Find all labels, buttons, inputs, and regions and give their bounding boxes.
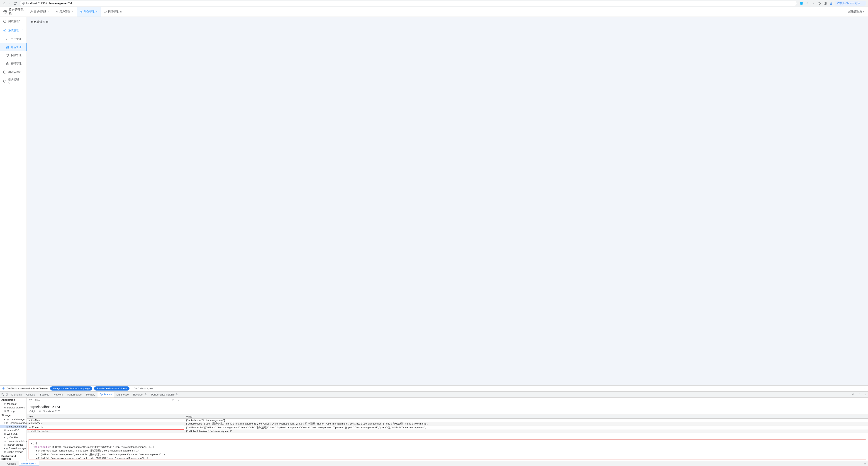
section-bg: Background services xyxy=(0,454,27,461)
tab-recorder[interactable]: Recorder ⚗ xyxy=(131,392,149,397)
tab-console[interactable]: Console xyxy=(24,392,38,397)
device-toggle-icon[interactable] xyxy=(5,393,9,397)
caret-down-icon: ▾ xyxy=(4,422,5,424)
sidebar-item-user[interactable]: 用户管理 xyxy=(0,35,27,43)
menu-dots-icon[interactable]: ⋮ xyxy=(857,393,861,397)
table-row[interactable]: activeMenu{"activeMenu":"/role-managemen… xyxy=(27,419,868,422)
sidebar-item-permission[interactable]: 权限管理 xyxy=(0,51,27,59)
menu-dots-icon: ⋮ xyxy=(861,2,864,5)
always-match-button[interactable]: Always match Chrome's language xyxy=(50,387,92,391)
svg-point-9 xyxy=(57,11,57,12)
close-icon[interactable]: × xyxy=(35,462,36,465)
tab-application[interactable]: Application xyxy=(97,392,114,397)
item-storage[interactable]: 🗄Storage xyxy=(0,409,27,413)
menu-dots-icon[interactable]: ⋮ xyxy=(1,462,5,466)
close-icon[interactable]: × xyxy=(96,10,97,13)
dont-show-button[interactable]: Don't show again xyxy=(131,387,155,391)
tab-network[interactable]: Network xyxy=(52,392,65,397)
devtools-body: Application ▢Manifest ⚙Service workers 🗄… xyxy=(0,398,868,461)
caret-down-icon[interactable]: ▾ xyxy=(31,442,32,444)
svg-rect-22 xyxy=(6,47,7,48)
item-cache-storage[interactable]: ⊟Cache storage xyxy=(0,450,27,454)
close-icon[interactable]: × xyxy=(864,387,866,390)
close-icon[interactable]: × xyxy=(863,462,867,465)
tab-role[interactable]: 角色管理× xyxy=(76,7,101,16)
table-row[interactable]: editableTabsValue{"editableTabsValue":"/… xyxy=(27,430,868,433)
delete-icon[interactable]: × xyxy=(177,398,181,402)
table-row[interactable]: editableTabs{"editableTabs":[{"title":"测… xyxy=(27,422,868,426)
caret-down-icon[interactable]: ▾ xyxy=(34,445,35,448)
devtools-tabs: Elements Console Sources Network Perform… xyxy=(0,392,868,398)
bookmark-icon[interactable]: ☆ xyxy=(806,2,809,5)
tab-elements[interactable]: Elements xyxy=(9,392,24,397)
sidebar-item-password[interactable]: 密码管理 xyxy=(0,59,27,68)
json-preview-panel: ▾{…} ▾tabRouterList: [{fullPath: "/test-… xyxy=(29,439,866,459)
item-session-storage[interactable]: ▾⊞Session storage xyxy=(0,421,27,425)
back-button[interactable] xyxy=(2,2,6,5)
application-sidebar: Application ▢Manifest ⚙Service workers 🗄… xyxy=(0,398,27,461)
item-shared-storage[interactable]: ▸⊞Shared storage xyxy=(0,446,27,450)
tab-memory[interactable]: Memory xyxy=(84,392,97,397)
user-icon xyxy=(56,10,58,13)
profile-icon[interactable] xyxy=(829,2,833,5)
sidebar-item-test1[interactable]: 测试管理1 xyxy=(0,17,27,26)
sidebar-item-test2[interactable]: 测试管理2 xyxy=(0,68,27,77)
cookie-icon: ◇ xyxy=(7,436,9,439)
tab-permission[interactable]: 权限管理× xyxy=(101,7,125,16)
vue-devtools-icon[interactable]: ▾ xyxy=(811,2,815,5)
item-interest-groups[interactable]: ◇Interest groups xyxy=(0,443,27,446)
translate-icon[interactable]: 🌐 xyxy=(800,2,803,5)
storage-table-header: Key Value xyxy=(27,414,868,419)
caret-right-icon[interactable]: ▸ xyxy=(36,453,38,456)
caret-right-icon: ▸ xyxy=(4,447,5,450)
gear-icon xyxy=(3,9,7,14)
close-icon[interactable]: × xyxy=(48,10,49,13)
close-icon[interactable]: × xyxy=(120,10,122,13)
caret-right-icon: ▸ xyxy=(4,418,6,421)
app-logo[interactable]: 后台管理系统 xyxy=(0,8,27,16)
tab-lighthouse[interactable]: Lighthouse xyxy=(114,392,131,397)
drawer-console[interactable]: Console xyxy=(5,461,19,466)
sidebar-item-system[interactable]: 系统管理⌃ xyxy=(0,26,27,35)
tab-sources[interactable]: Sources xyxy=(38,392,51,397)
extensions-icon[interactable] xyxy=(817,2,821,5)
item-private-tokens[interactable]: ◇Private state tokens xyxy=(0,439,27,443)
settings-icon[interactable]: ⚙ xyxy=(851,393,855,397)
svg-point-19 xyxy=(7,38,8,39)
close-icon[interactable]: × xyxy=(863,393,867,397)
item-cookies[interactable]: ▸◇Cookies xyxy=(0,436,27,439)
item-service-workers[interactable]: ⚙Service workers xyxy=(0,406,27,409)
svg-line-17 xyxy=(5,21,5,21)
user-dropdown[interactable]: 超级管理员 ▾ xyxy=(844,10,868,13)
table-row[interactable]: tabRouterList{"tabRouterList":[{"fullPat… xyxy=(27,426,868,430)
item-websql[interactable]: ⊟Web SQL xyxy=(0,432,27,436)
drawer-whats-new[interactable]: What's New × xyxy=(19,461,39,466)
caret-right-icon[interactable]: ▸ xyxy=(36,457,38,459)
side-panel-icon[interactable] xyxy=(823,2,827,5)
item-local-storage[interactable]: ▸⊞Local storage xyxy=(0,418,27,421)
tab-performance[interactable]: Performance xyxy=(65,392,84,397)
sidebar-item-test3[interactable]: 测试管理3⌄ xyxy=(0,77,27,86)
caret-right-icon[interactable]: ▸ xyxy=(36,449,38,452)
filter-input[interactable] xyxy=(34,398,169,402)
reload-icon[interactable] xyxy=(28,398,32,402)
chrome-update-button[interactable]: 有新版 Chrome 可用 ⋮ xyxy=(835,1,866,6)
gear-icon xyxy=(3,29,6,32)
item-indexeddb[interactable]: ⊟IndexedDB xyxy=(0,428,27,432)
tab-user[interactable]: 用户管理× xyxy=(52,7,76,16)
tab-test1[interactable]: 测试管理1× xyxy=(27,7,52,16)
clear-all-icon[interactable]: ⊘ xyxy=(171,398,175,402)
sidebar-item-role[interactable]: 角色管理 xyxy=(0,43,27,51)
col-key[interactable]: Key xyxy=(27,415,184,419)
inspect-icon[interactable] xyxy=(1,393,5,397)
svg-line-8 xyxy=(31,11,32,12)
item-manifest[interactable]: ▢Manifest xyxy=(0,402,27,406)
address-bar[interactable]: localhost:5173/#/role-management?id=1 xyxy=(20,1,797,6)
tab-perf-insights[interactable]: Performance insights ⚗ xyxy=(149,392,180,397)
col-value[interactable]: Value xyxy=(184,415,868,419)
forward-button[interactable] xyxy=(8,2,11,5)
switch-chinese-button[interactable]: Switch DevTools to Chinese xyxy=(94,387,129,391)
close-icon[interactable]: × xyxy=(72,10,73,13)
reload-button[interactable] xyxy=(13,2,17,5)
item-session-origin[interactable]: ⊞http://localhost:5173 xyxy=(0,425,27,428)
